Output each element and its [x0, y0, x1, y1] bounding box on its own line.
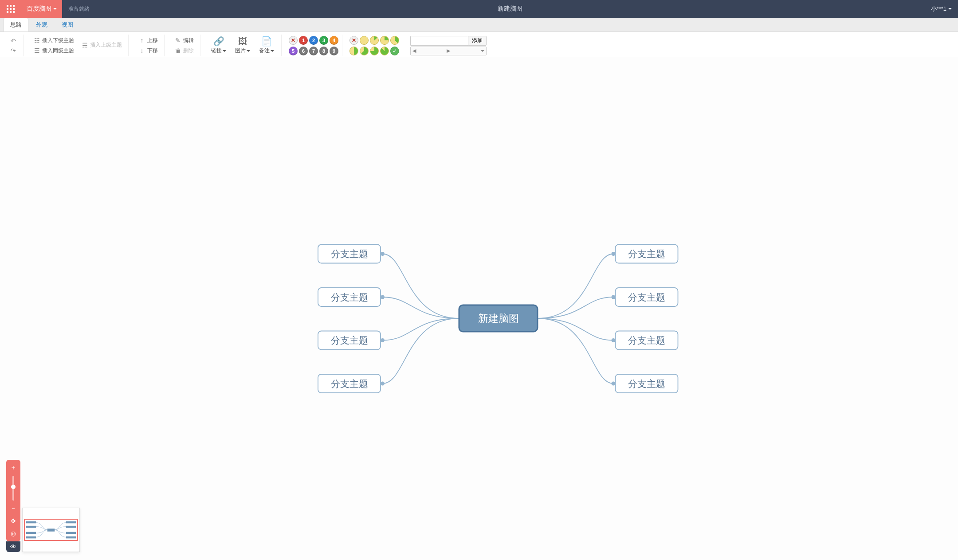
progress-75-button[interactable]	[370, 47, 379, 55]
insert-sibling-button[interactable]: ☰插入同级主题	[31, 46, 77, 55]
edit-button[interactable]: ✎编辑	[172, 36, 196, 45]
priority-6-button[interactable]: 6	[299, 47, 308, 55]
svg-text:分支主题: 分支主题	[331, 249, 368, 259]
link-button[interactable]: 🔗链接	[208, 35, 230, 56]
chevron-down-icon	[948, 8, 952, 12]
branch-node[interactable]: 分支主题	[318, 245, 381, 263]
svg-rect-4	[10, 8, 12, 10]
svg-rect-7	[10, 11, 12, 13]
note-icon: 📄	[262, 36, 271, 46]
navigator-dock: ＋ － ✥ ◎ 👁	[6, 460, 80, 552]
svg-text:分支主题: 分支主题	[331, 292, 368, 302]
tab-view[interactable]: 视图	[55, 18, 80, 31]
progress-37-button[interactable]	[390, 36, 399, 45]
progress-87-button[interactable]	[380, 47, 389, 55]
resource-nav[interactable]: ◀ ▶	[410, 47, 487, 55]
branch-node[interactable]: 分支主题	[318, 331, 381, 350]
move-down-button[interactable]: ↓下移	[136, 46, 161, 55]
toolbar: ↶ ↷ ☷插入下级主题 ☰插入同级主题 ☴插入上级主题 ↑上移 ↓下移 ✎编辑 …	[0, 32, 958, 59]
svg-text:分支主题: 分支主题	[628, 379, 665, 389]
svg-point-12	[381, 382, 385, 386]
branch-node[interactable]: 分支主题	[616, 245, 678, 263]
triangle-right-icon: ▶	[447, 48, 450, 54]
delete-button[interactable]: 🗑删除	[172, 46, 196, 55]
zoom-thumb[interactable]	[11, 485, 16, 489]
move-up-button[interactable]: ↑上移	[136, 36, 161, 45]
group-progress: ✕	[346, 35, 403, 56]
priority-2-button[interactable]: 2	[309, 36, 318, 45]
app-name-menu[interactable]: 百度脑图	[21, 0, 62, 18]
app-name-label: 百度脑图	[27, 5, 51, 13]
priority-7-button[interactable]: 7	[309, 47, 318, 55]
priority-3-button[interactable]: 3	[319, 36, 328, 45]
progress-0-button[interactable]	[360, 36, 369, 45]
progress-25-button[interactable]	[380, 36, 389, 45]
undo-button[interactable]: ↶	[7, 36, 20, 45]
zoom-in-button[interactable]: ＋	[8, 462, 19, 473]
svg-rect-42	[66, 537, 76, 539]
minimap[interactable]	[22, 508, 80, 552]
svg-rect-2	[13, 5, 15, 7]
progress-62-button[interactable]	[360, 47, 369, 55]
insert-child-icon: ☷	[33, 37, 40, 44]
svg-text:分支主题: 分支主题	[628, 249, 665, 259]
svg-rect-41	[66, 532, 76, 534]
image-button[interactable]: 🖼图片	[232, 35, 254, 56]
branch-node[interactable]: 分支主题	[318, 288, 381, 306]
insert-parent-icon: ☴	[81, 42, 88, 49]
toggle-minimap-button[interactable]: 👁	[6, 541, 20, 552]
svg-rect-0	[7, 5, 8, 7]
svg-point-13	[612, 252, 616, 256]
group-resource: 添加 ◀ ▶	[407, 35, 490, 56]
image-icon: 🖼	[238, 36, 247, 46]
user-label: 小***1	[931, 5, 946, 13]
arrow-down-icon: ↓	[138, 47, 145, 54]
mindmap-svg: 新建脑图 分支主题 分支主题 分支主题 分支主题 分支主题 分支主题 分支主题 …	[0, 57, 958, 560]
priority-9-button[interactable]: 9	[330, 47, 338, 55]
progress-12-button[interactable]	[370, 36, 379, 45]
priority-1-button[interactable]: 1	[299, 36, 308, 45]
zoom-slider[interactable]	[12, 476, 14, 501]
priority-4-button[interactable]: 4	[330, 36, 338, 45]
minimap-viewport[interactable]	[24, 519, 78, 541]
svg-rect-6	[7, 11, 8, 13]
edit-icon: ✎	[174, 37, 181, 44]
priority-5-button[interactable]: 5	[289, 47, 298, 55]
zoom-out-button[interactable]: －	[8, 503, 19, 514]
svg-rect-34	[47, 529, 55, 531]
priority-8-button[interactable]: 8	[319, 47, 328, 55]
status-text: 准备就绪	[62, 5, 96, 13]
root-node[interactable]: 新建脑图	[459, 305, 538, 332]
mindmap-canvas[interactable]: 新建脑图 分支主题 分支主题 分支主题 分支主题 分支主题 分支主题 分支主题 …	[0, 57, 958, 560]
redo-icon: ↷	[10, 47, 17, 54]
resource-input[interactable]	[410, 36, 468, 46]
app-grid-button[interactable]	[0, 0, 21, 18]
svg-text:分支主题: 分支主题	[628, 335, 665, 345]
progress-50-button[interactable]	[349, 47, 358, 55]
svg-rect-8	[13, 11, 15, 13]
svg-rect-35	[26, 521, 36, 524]
tab-appearance[interactable]: 外观	[29, 18, 54, 31]
priority-clear-button[interactable]: ✕	[289, 36, 298, 45]
branch-node[interactable]: 分支主题	[616, 288, 678, 306]
insert-parent-button[interactable]: ☴插入上级主题	[79, 40, 125, 50]
group-history: ↶ ↷	[4, 35, 24, 56]
tab-idea[interactable]: 思路	[4, 18, 28, 31]
resource-add-button[interactable]: 添加	[468, 36, 487, 46]
document-title: 新建脑图	[96, 5, 925, 13]
chevron-down-icon	[481, 50, 484, 54]
user-menu[interactable]: 小***1	[925, 5, 958, 13]
redo-button[interactable]: ↷	[7, 46, 20, 55]
progress-100-button[interactable]	[390, 47, 399, 55]
trash-icon: 🗑	[174, 47, 181, 54]
branch-node[interactable]: 分支主题	[318, 374, 381, 393]
group-insert: ☷插入下级主题 ☰插入同级主题 ☴插入上级主题	[27, 35, 129, 56]
locate-button[interactable]: ◎	[8, 528, 19, 539]
progress-clear-button[interactable]: ✕	[349, 36, 358, 45]
note-button[interactable]: 📄备注	[255, 35, 278, 56]
insert-child-button[interactable]: ☷插入下级主题	[31, 36, 77, 45]
pan-button[interactable]: ✥	[8, 516, 19, 526]
branch-node[interactable]: 分支主题	[616, 374, 678, 393]
chevron-down-icon	[247, 50, 250, 54]
branch-node[interactable]: 分支主题	[616, 331, 678, 350]
